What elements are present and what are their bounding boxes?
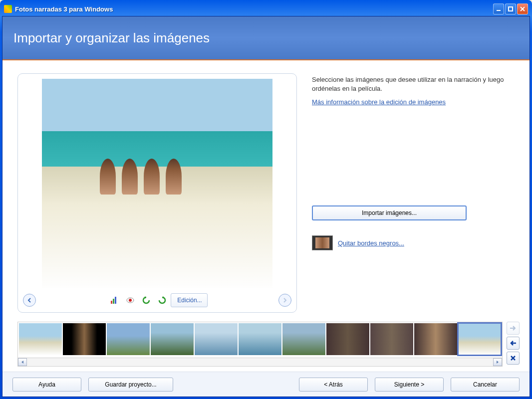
remove-borders-link[interactable]: Quitar bordes negros... <box>338 239 404 247</box>
svg-rect-4 <box>115 297 116 304</box>
filmstrip-thumb[interactable] <box>239 323 281 355</box>
svg-rect-2 <box>111 301 112 304</box>
edit-button[interactable]: Edición... <box>171 293 207 307</box>
minimize-button[interactable] <box>493 3 504 14</box>
close-button[interactable] <box>517 3 528 14</box>
rotate-left-button[interactable] <box>139 293 154 307</box>
filmstrip-thumb[interactable] <box>107 323 150 355</box>
svg-point-6 <box>129 299 132 302</box>
scroll-right-button[interactable] <box>493 358 502 366</box>
next-button[interactable]: Siguiente > <box>375 378 444 392</box>
delete-image-button[interactable] <box>507 352 520 365</box>
svg-rect-3 <box>113 299 114 304</box>
filmstrip-thumb[interactable] <box>63 323 106 355</box>
filmstrip-thumb[interactable] <box>282 323 325 355</box>
filmstrip-thumb[interactable] <box>370 323 413 355</box>
instruction-text: Seleccione las imágenes que desee utiliz… <box>312 75 520 93</box>
move-left-button[interactable] <box>507 337 520 350</box>
import-images-button[interactable]: Importar imágenes... <box>312 205 467 220</box>
filmstrip-thumb[interactable] <box>19 323 62 355</box>
svg-rect-0 <box>497 10 501 11</box>
window-title: Fotos narradas 3 para Windows <box>15 5 493 13</box>
filmstrip-thumb[interactable] <box>151 323 194 355</box>
page-title: Importar y organizar las imágenes <box>13 30 210 46</box>
scroll-left-button[interactable] <box>18 358 27 366</box>
wizard-footer: Ayuda Guardar proyecto... < Atrás Siguie… <box>2 372 530 397</box>
filmstrip-scrollbar[interactable] <box>17 358 503 367</box>
cancel-button[interactable]: Cancelar <box>451 378 520 392</box>
more-info-link[interactable]: Más información sobre la edición de imág… <box>312 98 446 106</box>
red-eye-button[interactable] <box>123 293 138 307</box>
svg-rect-1 <box>509 7 513 11</box>
rotate-right-button[interactable] <box>155 293 170 307</box>
titlebar: Fotos narradas 3 para Windows <box>2 2 530 16</box>
color-levels-button[interactable] <box>107 293 122 307</box>
filmstrip-thumb[interactable] <box>458 323 501 355</box>
next-image-button[interactable] <box>278 294 291 307</box>
move-right-button <box>507 322 520 335</box>
preview-panel: Edición... <box>17 73 297 313</box>
maximize-button[interactable] <box>505 3 516 14</box>
remove-borders-icon <box>312 235 333 250</box>
edit-label: Edición... <box>177 297 202 304</box>
filmstrip-thumb[interactable] <box>326 323 369 355</box>
side-panel: Seleccione las imágenes que desee utiliz… <box>312 73 520 313</box>
app-icon <box>4 5 12 13</box>
help-button[interactable]: Ayuda <box>12 378 81 392</box>
filmstrip <box>17 322 503 358</box>
preview-image <box>42 79 272 288</box>
save-project-button[interactable]: Guardar proyecto... <box>88 378 173 392</box>
filmstrip-thumb[interactable] <box>195 323 238 355</box>
prev-image-button[interactable] <box>23 294 36 307</box>
wizard-header: Importar y organizar las imágenes <box>2 16 530 60</box>
back-button[interactable]: < Atrás <box>299 378 368 392</box>
filmstrip-thumb[interactable] <box>414 323 457 355</box>
